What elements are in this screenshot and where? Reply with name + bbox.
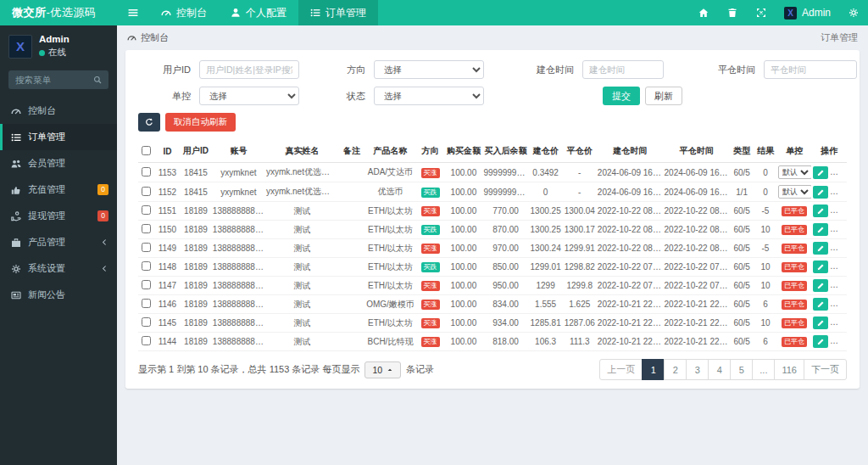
page-1[interactable]: 1 bbox=[642, 359, 665, 380]
row-checkbox[interactable] bbox=[142, 205, 151, 215]
cell-product: ETH/以太坊 bbox=[364, 239, 416, 258]
table-row: 115318415yxymknetyxymk.net优选源码ADA/艾达币买涨1… bbox=[138, 163, 847, 182]
row-checkbox[interactable] bbox=[142, 187, 151, 196]
cell-product: ETH/以太坊 bbox=[364, 202, 416, 221]
edit-button[interactable] bbox=[813, 186, 828, 199]
table-row: 11441818913888888888测试BCH/比特现买涨100.00818… bbox=[138, 333, 847, 351]
row-checkbox[interactable] bbox=[142, 336, 151, 345]
reload-table-button[interactable] bbox=[138, 113, 160, 132]
user-menu[interactable]: X Admin bbox=[776, 0, 839, 25]
fullscreen-button[interactable] bbox=[747, 0, 776, 25]
sidebar-item-recharge[interactable]: 充值管理0 bbox=[0, 176, 117, 203]
refresh-button[interactable]: 刷新 bbox=[645, 87, 682, 105]
cell-amount: 100.00 bbox=[444, 202, 482, 221]
page-4[interactable]: 4 bbox=[708, 359, 731, 380]
page-2[interactable]: 2 bbox=[664, 359, 687, 380]
page-ellipsis[interactable]: ... bbox=[752, 359, 775, 380]
cell-amount: 100.00 bbox=[444, 333, 482, 351]
cell-close_price: 1300.04 bbox=[563, 202, 597, 221]
edit-button[interactable] bbox=[813, 261, 828, 273]
cell-close_time: 2024-06-09 16:13:59 bbox=[664, 163, 731, 182]
sidebar-item-products[interactable]: 产品管理 bbox=[0, 229, 117, 255]
row-checkbox[interactable] bbox=[142, 317, 151, 327]
gauge-icon bbox=[161, 8, 171, 18]
sidebar-item-withdraw[interactable]: 提现管理0 bbox=[0, 203, 117, 229]
edit-button[interactable] bbox=[813, 204, 828, 217]
cell-close_price: 1.625 bbox=[563, 295, 597, 314]
status-badge: 已平仓 bbox=[782, 206, 807, 216]
trash-icon bbox=[727, 8, 737, 18]
home-button[interactable] bbox=[689, 0, 718, 25]
orders-card: 用户ID 方向 选择 建仓时间 平仓时间 单控 选择 状态 bbox=[125, 50, 860, 389]
clear-cache-button[interactable] bbox=[718, 0, 747, 25]
page-3[interactable]: 3 bbox=[686, 359, 709, 380]
online-status-label: 在线 bbox=[48, 47, 66, 59]
menu-search-input[interactable] bbox=[15, 75, 93, 85]
row-checkbox[interactable] bbox=[142, 224, 151, 233]
col-result: 结果 bbox=[754, 140, 777, 163]
cell-id: 1149 bbox=[155, 239, 181, 258]
page-prev[interactable]: 上一页 bbox=[599, 359, 643, 380]
cell-note bbox=[339, 295, 364, 314]
edit-button[interactable] bbox=[813, 335, 828, 348]
cell-close_time: 2024-06-09 16:12:29 bbox=[664, 182, 731, 202]
cell-select bbox=[138, 258, 155, 277]
cell-balance: 99999999.99 bbox=[482, 163, 528, 182]
sidebar-item-system[interactable]: 系统设置 bbox=[0, 255, 117, 282]
sidebar-item-orders[interactable]: 订单管理 bbox=[0, 124, 117, 150]
cell-control: 已平仓 bbox=[777, 202, 811, 221]
row-checkbox[interactable] bbox=[142, 280, 151, 289]
brand-title[interactable]: 微交所-优选源码 bbox=[0, 5, 117, 20]
edit-button[interactable] bbox=[813, 298, 828, 311]
table-row: 11471818913888888888测试ETH/以太坊买涨100.00950… bbox=[138, 277, 847, 295]
select-all-checkbox[interactable] bbox=[142, 146, 151, 155]
row-checkbox[interactable] bbox=[142, 167, 151, 176]
user-id-input[interactable] bbox=[199, 60, 299, 79]
cell-user_id: 18189 bbox=[180, 258, 212, 277]
row-control-select[interactable]: 默认 bbox=[778, 165, 811, 179]
cell-open_price: 0 bbox=[529, 182, 563, 202]
cell-direction: 买跌 bbox=[416, 258, 445, 277]
cell-amount: 100.00 bbox=[444, 314, 482, 333]
sidebar-item-dashboard[interactable]: 控制台 bbox=[0, 98, 117, 124]
row-checkbox[interactable] bbox=[142, 261, 151, 271]
page-116[interactable]: 116 bbox=[774, 359, 804, 380]
cell-real_name: 测试 bbox=[265, 239, 339, 258]
edit-button[interactable] bbox=[813, 166, 828, 179]
page-size-dropdown[interactable]: 10 bbox=[364, 361, 401, 378]
sidebar-toggle-button[interactable] bbox=[117, 0, 149, 25]
sidebar-item-news[interactable]: 新闻公告 bbox=[0, 282, 117, 308]
cell-open_time: 2022-10-22 08:02:00 bbox=[597, 221, 664, 239]
open-time-input[interactable] bbox=[582, 60, 664, 79]
cell-type: 60/5 bbox=[730, 314, 754, 333]
cell-id: 1144 bbox=[155, 333, 181, 351]
edit-button[interactable] bbox=[813, 317, 828, 329]
topbar-menu-dashboard[interactable]: 控制台 bbox=[149, 0, 219, 25]
topbar-menu-orders[interactable]: 订单管理 bbox=[298, 0, 378, 25]
control-select[interactable]: 选择 bbox=[199, 87, 299, 105]
cell-user_id: 18189 bbox=[180, 277, 212, 295]
col-close_price: 平仓价 bbox=[563, 140, 597, 163]
cell-account: 13888888888 bbox=[212, 333, 265, 351]
cell-actions bbox=[811, 314, 847, 333]
cell-select bbox=[138, 314, 155, 333]
settings-button[interactable] bbox=[839, 0, 868, 25]
page-next[interactable]: 下一页 bbox=[804, 359, 847, 380]
edit-button[interactable] bbox=[813, 242, 828, 255]
topbar-menu-profile[interactable]: 个人配置 bbox=[219, 0, 298, 25]
row-checkbox[interactable] bbox=[142, 299, 151, 308]
status-select[interactable]: 选择 bbox=[374, 87, 484, 105]
topbar-menu-label: 个人配置 bbox=[246, 6, 287, 20]
row-control-select[interactable]: 默认 bbox=[778, 185, 811, 199]
page-5[interactable]: 5 bbox=[730, 359, 753, 380]
row-checkbox[interactable] bbox=[142, 243, 151, 252]
edit-button[interactable] bbox=[813, 223, 828, 236]
table-row: 11501818913888888888测试ETH/以太坊买跌100.00870… bbox=[138, 221, 847, 239]
sidebar-search bbox=[8, 70, 108, 89]
cancel-auto-refresh-button[interactable]: 取消自动刷新 bbox=[165, 113, 236, 132]
submit-button[interactable]: 提交 bbox=[603, 87, 640, 105]
direction-select[interactable]: 选择 bbox=[374, 60, 484, 79]
close-time-input[interactable] bbox=[764, 60, 857, 79]
edit-button[interactable] bbox=[813, 279, 828, 292]
sidebar-item-members[interactable]: 会员管理 bbox=[0, 150, 117, 176]
